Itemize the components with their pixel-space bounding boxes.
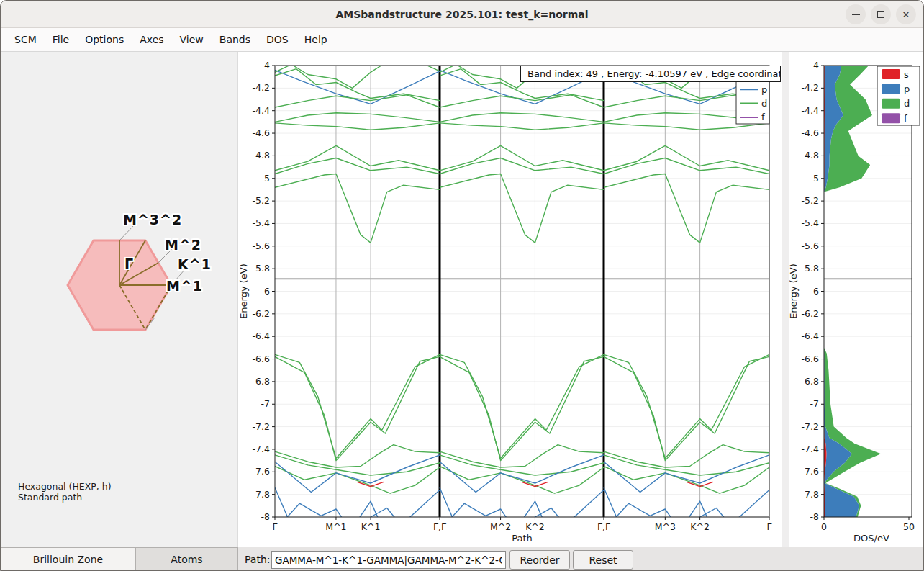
menu-help[interactable]: Help — [296, 28, 335, 52]
svg-text:K^2: K^2 — [690, 521, 710, 532]
svg-text:-6.2: -6.2 — [802, 308, 819, 319]
bz-label-m2: M^2 — [165, 237, 201, 253]
reorder-button[interactable]: Reorder — [509, 550, 570, 570]
svg-text:Γ,Γ: Γ,Γ — [597, 521, 610, 532]
bz-label-k1: K^1 — [178, 256, 212, 272]
svg-text:Γ: Γ — [767, 521, 772, 532]
svg-text:Energy (eV): Energy (eV) — [789, 264, 799, 319]
band-structure-plot[interactable]: -4-4.2-4.4-4.6-4.8-5-5.2-5.4-5.6-5.8-6-6… — [238, 52, 782, 547]
window-title: AMSbandstructure 2025.101: test_k=normal — [1, 1, 923, 28]
svg-text:-5.6: -5.6 — [253, 240, 270, 251]
svg-text:-4.8: -4.8 — [253, 150, 270, 161]
svg-text:-4.4: -4.4 — [802, 105, 819, 116]
svg-text:-7: -7 — [810, 398, 819, 409]
brillouin-zone-canvas[interactable] — [1, 52, 238, 547]
svg-text:-6.6: -6.6 — [253, 354, 270, 364]
path-label: Path: — [245, 547, 270, 571]
band-lines — [275, 58, 769, 547]
svg-text:-4.6: -4.6 — [802, 127, 819, 138]
svg-text:K^1: K^1 — [361, 521, 381, 532]
main-area: M^3^2M^2K^1M^1Γ Hexagonal (HEXP, h) Stan… — [1, 52, 924, 547]
brillouin-zone-panel: M^3^2M^2K^1M^1Γ Hexagonal (HEXP, h) Stan… — [1, 52, 238, 547]
tab-atoms[interactable]: Atoms — [135, 547, 238, 571]
svg-text:-5.6: -5.6 — [802, 240, 819, 251]
menu-file[interactable]: File — [45, 28, 77, 52]
svg-text:-5.4: -5.4 — [802, 217, 819, 228]
bz-label-gamma: Γ — [124, 256, 134, 271]
svg-text:-5.4: -5.4 — [253, 217, 270, 228]
titlebar[interactable]: AMSbandstructure 2025.101: test_k=normal… — [1, 1, 923, 28]
menu-bands[interactable]: Bands — [212, 28, 258, 52]
svg-text:Energy (eV): Energy (eV) — [238, 264, 249, 319]
svg-text:p: p — [904, 84, 910, 94]
svg-text:-5.8: -5.8 — [802, 263, 819, 274]
svg-text:Γ: Γ — [273, 521, 278, 532]
svg-text:-4.6: -4.6 — [253, 127, 270, 138]
svg-text:d: d — [904, 98, 910, 109]
svg-text:K^2: K^2 — [525, 521, 545, 532]
dos-plot[interactable]: -4-4.2-4.4-4.6-4.8-5-5.2-5.4-5.6-5.8-6-6… — [789, 52, 924, 547]
svg-text:-5: -5 — [261, 173, 270, 184]
tab-brillouin-zone[interactable]: Brillouin Zone — [1, 547, 135, 571]
svg-text:DOS/eV: DOS/eV — [853, 533, 889, 544]
svg-text:-7.6: -7.6 — [802, 466, 819, 477]
app-window: AMSbandstructure 2025.101: test_k=normal… — [0, 0, 924, 571]
svg-text:-6.6: -6.6 — [802, 354, 819, 364]
svg-text:-6.8: -6.8 — [253, 376, 270, 387]
maximize-button[interactable] — [871, 4, 891, 24]
svg-text:-6.4: -6.4 — [253, 331, 270, 341]
panel-splitter[interactable] — [782, 52, 789, 547]
minimize-button[interactable] — [846, 4, 866, 24]
bottom-bar: Brillouin ZoneAtoms Path: Reorder Reset — [1, 547, 924, 571]
close-icon: ✕ — [902, 10, 910, 19]
svg-text:-6.4: -6.4 — [802, 331, 819, 341]
svg-text:-4.2: -4.2 — [802, 82, 819, 93]
svg-text:-5.2: -5.2 — [253, 195, 270, 206]
svg-text:-4.2: -4.2 — [253, 82, 270, 93]
svg-text:p: p — [761, 84, 767, 95]
crystal-info: Hexagonal (HEXP, h) Standard path — [18, 481, 112, 503]
svg-text:M^3: M^3 — [655, 521, 676, 532]
svg-text:-4: -4 — [810, 60, 820, 71]
path-input[interactable] — [271, 551, 506, 569]
svg-text:-4.4: -4.4 — [253, 105, 270, 116]
svg-text:0: 0 — [821, 521, 827, 532]
svg-text:Γ,Γ: Γ,Γ — [433, 521, 446, 532]
svg-text:-5.2: -5.2 — [802, 195, 819, 206]
path-type-text: Standard path — [18, 492, 112, 503]
svg-text:M^1: M^1 — [325, 521, 346, 532]
svg-text:-7.4: -7.4 — [253, 444, 270, 454]
svg-text:f: f — [761, 112, 765, 122]
band-structure-canvas[interactable]: -4-4.2-4.4-4.6-4.8-5-5.2-5.4-5.6-5.8-6-6… — [238, 52, 782, 547]
menu-axes[interactable]: Axes — [132, 28, 171, 52]
dos-canvas[interactable]: -4-4.2-4.4-4.6-4.8-5-5.2-5.4-5.6-5.8-6-6… — [789, 52, 924, 547]
menu-dos[interactable]: DOS — [258, 28, 296, 52]
svg-text:d: d — [761, 98, 767, 109]
svg-text:-6.8: -6.8 — [802, 376, 819, 387]
bz-label-m1: M^1 — [166, 278, 203, 294]
bz-label-m3-k2: M^3^2 — [123, 212, 182, 228]
svg-text:-7.4: -7.4 — [802, 444, 819, 454]
svg-text:-4.8: -4.8 — [802, 150, 819, 161]
svg-text:-6: -6 — [261, 286, 271, 297]
menu-bar: SCMFileOptionsAxesViewBandsDOSHelp — [1, 28, 923, 52]
menu-view[interactable]: View — [172, 28, 212, 52]
svg-text:M^2: M^2 — [490, 521, 511, 532]
svg-text:-7.2: -7.2 — [253, 421, 270, 432]
svg-text:-6: -6 — [810, 286, 820, 297]
svg-text:-7.6: -7.6 — [253, 466, 270, 477]
menu-scm[interactable]: SCM — [6, 28, 45, 52]
menu-options[interactable]: Options — [77, 28, 132, 52]
svg-text:-6.2: -6.2 — [253, 308, 270, 319]
close-button[interactable]: ✕ — [896, 4, 916, 24]
svg-text:-5.8: -5.8 — [253, 263, 270, 274]
svg-text:-4: -4 — [261, 60, 271, 71]
svg-text:-8: -8 — [261, 511, 271, 522]
svg-text:f: f — [904, 113, 907, 124]
band-tooltip: Band index: 49 , Energy: -4.10597 eV , E… — [520, 66, 781, 82]
dos-legend: spdf — [877, 66, 920, 125]
svg-text:-8: -8 — [810, 511, 820, 522]
svg-text:-5: -5 — [810, 173, 819, 184]
reset-button[interactable]: Reset — [573, 550, 633, 570]
svg-text:-7: -7 — [261, 398, 270, 409]
